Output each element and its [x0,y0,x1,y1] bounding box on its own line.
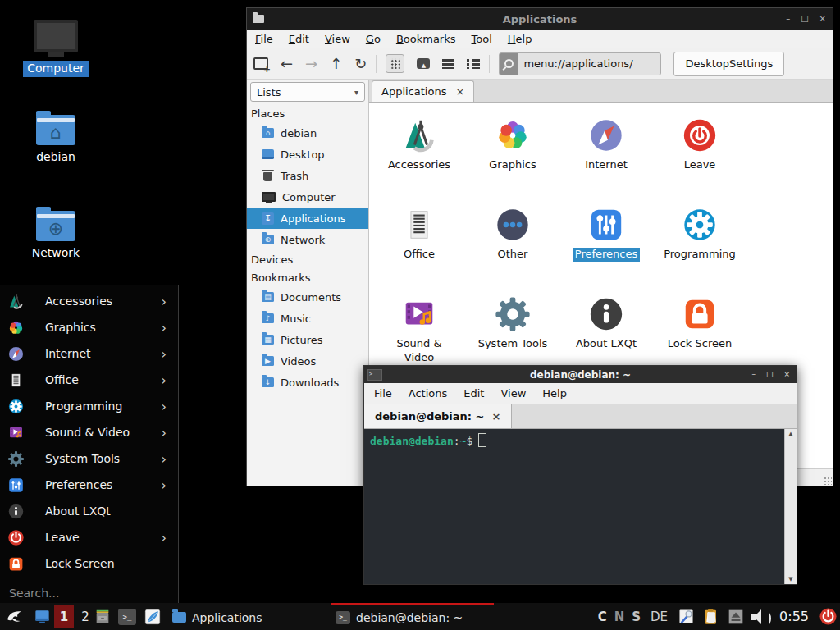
sidebar-item-network[interactable]: ⊕ Network [247,229,368,250]
address-bar[interactable]: menu://applications/ [499,52,661,75]
app-item-internet[interactable]: Internet [559,116,653,206]
preferences-icon [587,206,625,244]
sidebar-item-debian[interactable]: ⌂ debian [247,122,368,144]
start-menu-button[interactable] [5,606,26,628]
fm-menu-bookmarks[interactable]: Bookmarks [396,33,456,45]
close-icon[interactable]: × [819,15,826,23]
search-icon [500,53,518,75]
icon-view-icon[interactable] [386,54,404,73]
menu-item-leave[interactable]: Leave › [0,524,178,550]
clipboard-tray-icon[interactable] [702,608,720,626]
sidebar-item-downloads[interactable]: ↓ Downloads [247,372,368,393]
keyboard-layout-indicator[interactable]: DE [651,609,668,624]
menu-item-programming[interactable]: Programming › [0,393,178,419]
minimize-icon[interactable]: – [786,15,790,23]
sidebar-item-trash[interactable]: Trash [247,165,368,186]
maximize-icon[interactable]: □ [766,371,774,378]
up-icon[interactable]: ↑ [330,57,342,71]
menu-item-accessories[interactable]: Accessories › [0,288,178,314]
menu-item-system-tools[interactable]: System Tools › [0,445,178,472]
sidebar-item-documents[interactable]: ▤ Documents [247,286,368,308]
quicklaunch-file-manager[interactable] [94,608,112,626]
tab-applications[interactable]: Applications × [372,80,474,102]
lists-dropdown[interactable]: Lists ▾ [250,82,365,102]
close-icon[interactable]: × [783,371,790,378]
app-item-programming[interactable]: Programming [653,206,746,295]
terminal-output[interactable]: debian@debian:~$ [364,429,784,584]
menu-item-lock-screen[interactable]: Lock Screen [0,550,178,577]
sidebar-item-pictures[interactable]: ▦ Pictures [247,329,368,350]
fm-menu-help[interactable]: Help [508,33,532,45]
terminal-scrollbar[interactable]: ▲ ▼ [784,429,797,584]
fm-menu-go[interactable]: Go [366,33,381,45]
task-button-terminal[interactable]: >_ debian@debian: ~ [331,603,494,630]
sidebar-item-videos[interactable]: ▶ Videos [247,350,368,372]
desktop-icon-label: Network [28,245,84,262]
menu-item-sound-video[interactable]: Sound & Video › [0,419,178,445]
task-button-applications[interactable]: Applications [168,603,267,630]
terminal-menu-file[interactable]: File [374,387,392,399]
workspace-2-button[interactable]: 2 [75,605,95,628]
detailed-list-view-icon[interactable] [467,59,480,69]
sidebar-item-music[interactable]: ♪ Music [247,308,368,329]
compact-view-icon[interactable] [442,59,454,69]
forward-icon[interactable]: → [305,57,317,71]
terminal-window-title: debian@debian: ~ [364,369,797,381]
clock[interactable]: 0:55 [779,609,809,624]
app-item-preferences[interactable]: Preferences [559,206,653,295]
back-icon[interactable]: ← [281,57,293,71]
refresh-icon[interactable]: ↻ [354,57,367,71]
desktop-icon-home-folder[interactable]: ⌂ debian [15,115,97,166]
sidebar-item-computer[interactable]: Computer [247,186,368,208]
app-item-accessories[interactable]: Accessories [372,116,466,206]
scroll-up-icon[interactable]: ▲ [788,431,792,437]
resize-grip[interactable] [824,477,832,485]
desktop-icon-computer[interactable]: Computer [15,20,97,77]
terminal-tab[interactable]: debian@debian: ~ × [364,404,512,428]
thumbnail-view-icon[interactable]: ▲ [417,58,430,69]
terminal-menu-actions[interactable]: Actions [409,387,448,399]
fm-menu-view[interactable]: View [325,33,350,45]
desktop-settings-button[interactable]: DesktopSettings [673,52,784,76]
menu-item-about-lxqt[interactable]: About LXQt [0,498,178,524]
quicklaunch-featherpad[interactable] [144,608,162,626]
search-input[interactable] [7,586,171,600]
downloads-folder-icon: ↓ [262,377,274,387]
menu-item-preferences[interactable]: Preferences › [0,472,178,498]
show-desktop-button[interactable] [33,607,52,626]
removable-media-eject-icon[interactable] [728,609,744,625]
menu-item-office[interactable]: Office › [0,367,178,393]
power-button-icon[interactable] [819,607,838,626]
leave-power-icon [7,529,25,546]
terminal-menu-help[interactable]: Help [542,387,567,399]
app-item-other[interactable]: Other [466,206,559,295]
fm-titlebar[interactable]: Applications – □ × [247,8,833,30]
toolbar-separator [489,55,490,73]
terminal-titlebar[interactable]: >_ debian@debian: ~ – □ × [364,366,797,383]
terminal-menu-edit[interactable]: Edit [463,387,484,399]
minimize-icon[interactable]: – [751,371,756,378]
fm-menu-tool[interactable]: Tool [472,33,492,45]
sidebar-item-desktop[interactable]: Desktop [247,144,368,165]
fm-menu-file[interactable]: File [255,33,273,45]
app-item-office[interactable]: Office [372,206,466,295]
volume-icon[interactable] [751,609,769,624]
tab-close-icon[interactable]: × [455,86,464,97]
app-item-leave[interactable]: Leave [653,116,746,206]
desktop-icon-network[interactable]: ⊕ Network [15,211,97,262]
tab-close-icon[interactable]: × [491,411,500,422]
menu-item-graphics[interactable]: Graphics › [0,314,178,340]
screenshot-tray-icon[interactable] [678,608,695,625]
about-lxqt-icon [7,503,25,520]
new-tab-icon[interactable] [253,57,268,70]
maximize-icon[interactable]: □ [801,15,808,23]
workspace-1-button[interactable]: 1 [54,605,74,628]
menu-item-internet[interactable]: Internet › [0,340,178,367]
address-text[interactable]: menu://applications/ [518,57,632,70]
scroll-down-icon[interactable]: ▼ [788,576,792,582]
terminal-menu-view[interactable]: View [500,387,526,399]
fm-menu-edit[interactable]: Edit [289,33,309,45]
sidebar-item-applications[interactable]: ↧ Applications [247,208,368,229]
quicklaunch-terminal[interactable]: >_ [118,609,136,625]
app-item-graphics[interactable]: Graphics [466,116,559,206]
